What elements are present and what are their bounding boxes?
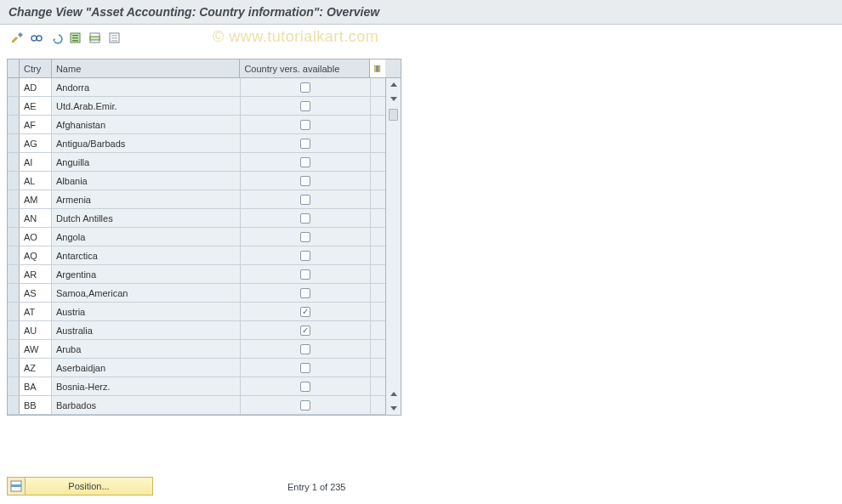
cell-ctry[interactable]: AM <box>20 190 52 208</box>
row-selector[interactable] <box>8 97 20 115</box>
checkbox-icon[interactable] <box>300 307 310 317</box>
cell-ctry[interactable]: AI <box>20 153 52 171</box>
scroll-down-icon[interactable] <box>387 92 401 105</box>
header-select-col[interactable] <box>8 59 20 77</box>
checkbox-icon[interactable] <box>300 139 310 149</box>
cell-ctry[interactable]: AR <box>20 265 52 283</box>
table-row[interactable]: ADAndorra <box>8 78 385 97</box>
checkbox-icon[interactable] <box>300 251 310 261</box>
cell-avail[interactable] <box>241 321 371 339</box>
cell-name[interactable]: Aserbaidjan <box>52 359 241 377</box>
checkbox-icon[interactable] <box>300 101 310 111</box>
checkbox-icon[interactable] <box>300 288 310 298</box>
cell-avail[interactable] <box>241 340 371 358</box>
table-row[interactable]: AIAnguilla <box>8 153 385 172</box>
scroll-down2-icon[interactable] <box>387 401 401 415</box>
scroll-track[interactable] <box>386 105 401 161</box>
row-selector[interactable] <box>8 265 20 283</box>
cell-ctry[interactable]: AE <box>20 97 52 115</box>
table-row[interactable]: ASSamoa,American <box>8 284 385 303</box>
cell-avail[interactable] <box>241 153 371 171</box>
cell-ctry[interactable]: AD <box>20 78 52 96</box>
table-row[interactable]: AMArmenia <box>8 190 385 209</box>
cell-name[interactable]: Andorra <box>52 78 241 96</box>
position-button[interactable]: Position... <box>26 477 153 496</box>
cell-avail[interactable] <box>241 209 371 227</box>
cell-name[interactable]: Utd.Arab.Emir. <box>52 97 241 115</box>
scroll-up2-icon[interactable] <box>387 388 401 401</box>
cell-name[interactable]: Armenia <box>52 190 241 208</box>
row-selector[interactable] <box>8 209 20 227</box>
checkbox-icon[interactable] <box>300 382 310 392</box>
deselect-all-icon[interactable] <box>106 30 123 47</box>
row-selector[interactable] <box>8 246 20 264</box>
cell-avail[interactable] <box>241 284 371 302</box>
glasses-icon[interactable] <box>28 30 45 47</box>
checkbox-icon[interactable] <box>300 400 310 411</box>
header-ctry[interactable]: Ctry <box>20 59 52 77</box>
cell-name[interactable]: Samoa,American <box>52 284 241 302</box>
position-icon[interactable] <box>7 477 26 496</box>
table-row[interactable]: AFAfghanistan <box>8 116 385 134</box>
select-block-icon[interactable] <box>87 30 104 47</box>
cell-avail[interactable] <box>241 190 371 208</box>
table-row[interactable]: AQAntarctica <box>8 246 385 265</box>
table-row[interactable]: AEUtd.Arab.Emir. <box>8 97 385 116</box>
vertical-scrollbar[interactable] <box>385 78 401 415</box>
checkbox-icon[interactable] <box>300 363 310 373</box>
cell-name[interactable]: Dutch Antilles <box>52 209 241 227</box>
cell-ctry[interactable]: AZ <box>20 359 52 377</box>
table-row[interactable]: ARArgentina <box>8 265 385 284</box>
cell-name[interactable]: Antigua/Barbads <box>52 134 241 152</box>
select-all-icon[interactable] <box>67 30 84 47</box>
cell-name[interactable]: Albania <box>52 172 241 190</box>
row-selector[interactable] <box>8 190 20 208</box>
cell-name[interactable]: Angola <box>52 228 241 246</box>
header-avail[interactable]: Country vers. available <box>240 59 370 77</box>
cell-avail[interactable] <box>241 359 371 377</box>
cell-ctry[interactable]: AW <box>20 340 52 358</box>
row-selector[interactable] <box>8 228 20 246</box>
cell-avail[interactable] <box>241 377 371 395</box>
table-row[interactable]: AOAngola <box>8 228 385 246</box>
checkbox-icon[interactable] <box>300 344 310 354</box>
checkbox-icon[interactable] <box>300 269 310 280</box>
table-config-icon[interactable] <box>370 59 385 77</box>
cell-name[interactable]: Austria <box>52 303 241 320</box>
cell-ctry[interactable]: AO <box>20 228 52 246</box>
table-row[interactable]: AGAntigua/Barbads <box>8 134 385 153</box>
cell-avail[interactable] <box>241 134 371 152</box>
cell-ctry[interactable]: AF <box>20 116 52 133</box>
row-selector[interactable] <box>8 134 20 152</box>
checkbox-icon[interactable] <box>300 326 310 336</box>
checkbox-icon[interactable] <box>300 120 310 130</box>
header-name[interactable]: Name <box>52 59 240 77</box>
cell-avail[interactable] <box>241 97 371 115</box>
cell-name[interactable]: Argentina <box>52 265 241 283</box>
scroll-thumb[interactable] <box>389 109 398 121</box>
cell-ctry[interactable]: AT <box>20 303 52 320</box>
cell-ctry[interactable]: AL <box>20 172 52 190</box>
row-selector[interactable] <box>8 78 20 96</box>
row-selector[interactable] <box>8 116 20 133</box>
cell-ctry[interactable]: AG <box>20 134 52 152</box>
row-selector[interactable] <box>8 340 20 358</box>
table-row[interactable]: ANDutch Antilles <box>8 209 385 228</box>
cell-avail[interactable] <box>241 228 371 246</box>
table-row[interactable]: AZAserbaidjan <box>8 359 385 377</box>
cell-avail[interactable] <box>241 78 371 96</box>
cell-name[interactable]: Anguilla <box>52 153 241 171</box>
row-selector[interactable] <box>8 172 20 190</box>
checkbox-icon[interactable] <box>300 213 310 224</box>
cell-ctry[interactable]: BB <box>20 396 52 414</box>
checkbox-icon[interactable] <box>300 157 310 167</box>
checkbox-icon[interactable] <box>300 232 310 242</box>
cell-ctry[interactable]: AN <box>20 209 52 227</box>
cell-ctry[interactable]: BA <box>20 377 52 395</box>
row-selector[interactable] <box>8 321 20 339</box>
cell-name[interactable]: Aruba <box>52 340 241 358</box>
cell-ctry[interactable]: AU <box>20 321 52 339</box>
row-selector[interactable] <box>8 153 20 171</box>
cell-avail[interactable] <box>241 396 371 414</box>
cell-name[interactable]: Australia <box>52 321 241 339</box>
